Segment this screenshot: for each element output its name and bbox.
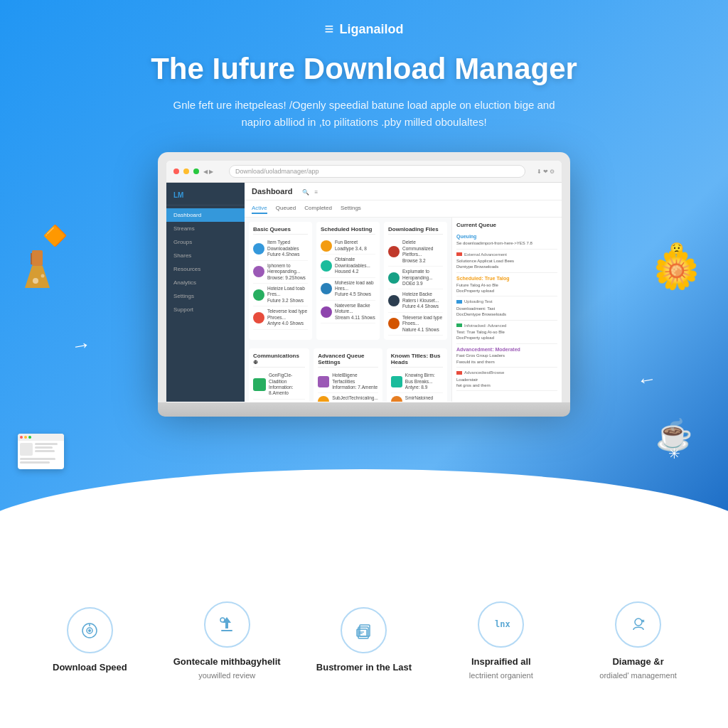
card-communications: Communications ⊕ GonFigCle-CladitionInfo… — [249, 348, 309, 402]
cards-grid-row1: Basic Queues Item Typed DownloadablesFut… — [245, 218, 451, 344]
flask-icon — [21, 249, 53, 294]
card-known-titles: Known Titles: Bus Heads Knowing Birm: Bu… — [387, 348, 447, 402]
browser-nav-icons: ◀ ▶ — [203, 168, 218, 175]
flower-decoration: 😟 🌼 — [653, 242, 700, 289]
sidebar-item-settings[interactable]: Settings — [166, 289, 245, 303]
gontecale-icon — [204, 601, 250, 648]
tab-completed[interactable]: Completed — [304, 203, 332, 214]
laptop-base — [158, 402, 570, 417]
card5-item1[interactable]: HotelBigene TerfacilitiesInformation: 7.… — [318, 370, 378, 393]
arrow-right-icon: → — [635, 368, 658, 394]
browser-bar: ◀ ▶ Download/uoladmanager/app ⬇ ❤ ⚙ — [166, 161, 562, 183]
card3-item4[interactable]: Televerse load type Fhoes...Nature 4.1 S… — [388, 313, 443, 336]
rp-item-4[interactable]: Uploading Test Downloadment: TastDocDwnt… — [456, 296, 557, 320]
card6-item1[interactable]: Knowing Birm: Bus Breaks...Antyre: 8.9 — [391, 370, 443, 393]
svg-rect-0 — [32, 250, 43, 266]
feature3-title: Bustromer in the Last — [316, 662, 412, 673]
diamage-icon — [615, 601, 661, 648]
feature-diamage: Diamage &r ordialed' management — [582, 601, 695, 682]
sidebar-item-streams[interactable]: Streams — [166, 222, 245, 235]
app-sidebar: LM Dashboard Streams Groups Shares Resou… — [166, 183, 245, 402]
arrow-left-icon: → — [69, 333, 92, 358]
feature-download-speed: Download Speed — [33, 607, 146, 675]
feature-bustromer: Bustromer in the Last — [307, 607, 421, 675]
card-basic-queues: Basic Queues Item Typed DownloadablesFut… — [249, 222, 312, 340]
svg-marker-1 — [25, 266, 50, 288]
feature5-title: Diamage &r — [612, 656, 663, 667]
feature5-desc: ordialed' management — [599, 670, 677, 682]
rp-item-7[interactable]: AdvancedtestBrowse Loaderstatrfwt gros a… — [456, 368, 557, 391]
card2-item4[interactable]: Nateverse Backe Moture...Stream 4.11 Sho… — [321, 301, 375, 323]
download-speed-icon — [67, 607, 113, 653]
feature4-title: Inspraified all — [471, 656, 531, 667]
feature-gontecale: Gontecale mithbagyhelit youwilled review — [170, 601, 284, 682]
sidebar-item-analytics[interactable]: Analytics — [166, 276, 245, 289]
bustromer-icon — [341, 607, 387, 653]
browser-min-dot — [183, 168, 189, 174]
rp-item-3[interactable]: Scheduled: True Talog Future Talog At-so… — [456, 273, 557, 297]
svg-point-10 — [220, 618, 225, 622]
card2-item2[interactable]: Obtainate Downloadables...Housed 4.2 — [321, 255, 375, 277]
card3-header: Downloading Files — [388, 226, 443, 235]
tab-queued[interactable]: Queued — [276, 203, 296, 214]
card4-item1[interactable]: GonFigCle-CladitionInformation: 8.Amento — [253, 370, 305, 400]
feature2-desc: youwilled review — [198, 670, 255, 682]
svg-point-3 — [41, 274, 45, 278]
card2-header: Scheduled Hosting — [321, 226, 375, 235]
card4-item2[interactable]: ProInvestigBrow: The Chis... — [253, 400, 305, 402]
card3-item2[interactable]: Explumate to Heropanding...DOEd 3.9 — [388, 267, 443, 289]
svg-point-2 — [33, 278, 38, 284]
hero-title: The Iufure Download Manager — [151, 51, 577, 87]
browser-mini-widget — [18, 434, 64, 469]
rp-item-6[interactable]: Advancedment: Moderated Fast Gros Group … — [456, 344, 557, 368]
cards-grid-row2: Communications ⊕ GonFigCle-CladitionInfo… — [245, 344, 451, 402]
sidebar-item-resources[interactable]: Resources — [166, 262, 245, 276]
card3-item3[interactable]: Hoteize Backe Raters i Klouset...Future … — [388, 289, 443, 312]
sidebar-item-support[interactable]: Support — [166, 303, 245, 316]
browser-url-bar[interactable]: Download/uoladmanager/app — [229, 165, 525, 178]
logo-icon: ≡ — [325, 20, 334, 38]
sidebar-item-dashboard[interactable]: Dashboard — [166, 208, 245, 222]
features-section: Download Speed Gontecale mithbagyhelit y… — [0, 555, 728, 728]
svg-point-17 — [635, 619, 642, 626]
card1-item2[interactable]: Iphonem to Hereopanding...Browse: 9.2Sho… — [253, 261, 308, 284]
header-filter-icon[interactable]: ≡ — [315, 189, 318, 196]
card5-item2[interactable]: SubJectTechnicaling...Brow: The 4.11 — [318, 393, 378, 402]
card-downloading: Downloading Files Delete Communalized Pl… — [384, 222, 447, 340]
sidebar-item-shares[interactable]: Shares — [166, 249, 245, 262]
tab-active[interactable]: Active — [252, 203, 267, 214]
sidebar-logo: LM — [166, 188, 245, 205]
browser-close-dot — [173, 168, 179, 174]
main-header: Dashboard 🔍 ≡ — [245, 183, 562, 200]
feature2-title: Gontecale mithbagyhelit — [173, 656, 281, 667]
logo-text: Liganailod — [339, 22, 403, 37]
card6-header: Known Titles: Bus Heads — [391, 353, 443, 368]
laptop-mockup: ◀ ▶ Download/uoladmanager/app ⬇ ❤ ⚙ LM D… — [158, 152, 570, 417]
card4-header: Communications ⊕ — [253, 353, 305, 368]
svg-point-7 — [88, 629, 91, 632]
rp-item-5[interactable]: Infotracked: Advanced Test: True Talog A… — [456, 321, 557, 344]
card1-item1[interactable]: Item Typed DownloadablesFuture 4.Shows — [253, 237, 308, 260]
feature-inspraified: lnx Inspraified all lectriient organient — [444, 601, 558, 682]
card5-header: Advanced Queue Settings — [318, 353, 378, 368]
tab-row: Active Queued Completed Settings — [245, 200, 562, 218]
logo-area: ≡ Liganailod — [325, 20, 404, 38]
coin-icon: 🔶 — [43, 224, 68, 247]
card1-item3[interactable]: Hoteize Load toab Fres...Future 3.2 Show… — [253, 284, 308, 306]
feature4-desc: lectriient organient — [469, 670, 533, 682]
feature1-title: Download Speed — [53, 662, 127, 673]
rp-item-2[interactable]: External Advancement Solutionce Applicat… — [456, 250, 557, 273]
tab-settings[interactable]: Settings — [341, 203, 361, 214]
card3-item1[interactable]: Delete Communalized Pletfors...Browse 3.… — [388, 237, 443, 267]
sidebar-item-groups[interactable]: Groups — [166, 235, 245, 249]
card2-item1[interactable]: Fun BereetLoadtype 3.4, 8 — [321, 237, 375, 255]
browser-actions: ⬇ ❤ ⚙ — [537, 168, 555, 175]
header-search-icon[interactable]: 🔍 — [302, 189, 309, 196]
card6-item2[interactable]: SmirNatoinedBrow: 5.Cherio — [391, 393, 443, 402]
card1-item4[interactable]: Televerse load type Phroes...Antyre 4.0 … — [253, 306, 308, 329]
hero-section: ≡ Liganailod The Iufure Download Manager… — [0, 0, 728, 555]
right-panel: Current Queue Queuing Se downloadimport-… — [451, 218, 562, 402]
card1-header: Basic Queues — [253, 226, 308, 235]
card2-item3[interactable]: Mohesize load aab Hres...Future 4.5 Show… — [321, 278, 375, 301]
rp-item-1[interactable]: Queuing Se downloadimport-from-here->YES… — [456, 231, 557, 249]
